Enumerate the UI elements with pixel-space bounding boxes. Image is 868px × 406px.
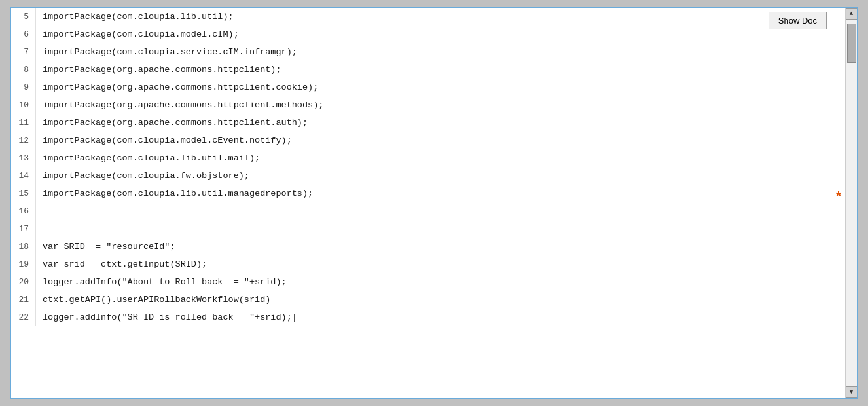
scroll-thumb[interactable] (847, 24, 856, 63)
line-content[interactable]: ctxt.getAPI().userAPIRollbackWorkflow(sr… (43, 291, 845, 308)
line-number: 20 (11, 273, 36, 291)
line-content[interactable]: importPackage(org.apache.commons.httpcli… (43, 114, 845, 132)
table-row: 21ctxt.getAPI().userAPIRollbackWorkflow(… (11, 291, 845, 308)
table-row: 14importPackage(com.cloupia.fw.objstore)… (11, 167, 845, 185)
line-number: 17 (11, 220, 36, 238)
line-number: 21 (11, 291, 36, 308)
line-number: 7 (11, 43, 36, 61)
table-row: 13importPackage(com.cloupia.lib.util.mai… (11, 149, 845, 167)
table-row: 20logger.addInfo("About to Roll back = "… (11, 273, 845, 291)
line-content[interactable]: logger.addInfo("SR ID is rolled back = "… (43, 308, 845, 326)
line-number: 18 (11, 238, 36, 255)
line-number: 6 (11, 26, 36, 43)
asterisk-marker: * (835, 190, 842, 205)
line-content[interactable]: importPackage(com.cloupia.lib.util); (43, 8, 845, 26)
line-number: 5 (11, 8, 36, 26)
table-row: 11importPackage(org.apache.commons.httpc… (11, 114, 845, 132)
line-content[interactable]: importPackage(com.cloupia.model.cEvent.n… (43, 132, 845, 149)
scrollbar: ▲ ▼ (845, 8, 857, 398)
line-number: 11 (11, 114, 36, 132)
table-row: 8importPackage(org.apache.commons.httpcl… (11, 61, 845, 79)
table-row: 15importPackage(com.cloupia.lib.util.man… (11, 185, 845, 202)
line-number: 19 (11, 255, 36, 273)
line-number: 15 (11, 185, 36, 202)
table-row: 18var SRID = "resourceId"; (11, 238, 845, 255)
line-content[interactable]: logger.addInfo("About to Roll back = "+s… (43, 273, 845, 291)
table-row: 17 (11, 220, 845, 238)
code-editor: Show Doc 5importPackage(com.cloupia.lib.… (10, 7, 858, 399)
table-row: 12importPackage(com.cloupia.model.cEvent… (11, 132, 845, 149)
line-number: 22 (11, 308, 36, 326)
table-row: 5importPackage(com.cloupia.lib.util); (11, 8, 845, 26)
line-number: 9 (11, 79, 36, 96)
table-row: 6importPackage(com.cloupia.model.cIM); (11, 26, 845, 43)
line-number: 10 (11, 96, 36, 114)
line-number: 13 (11, 149, 36, 167)
code-area: Show Doc 5importPackage(com.cloupia.lib.… (11, 8, 845, 398)
table-row: 22logger.addInfo("SR ID is rolled back =… (11, 308, 845, 326)
line-content[interactable]: importPackage(com.cloupia.fw.objstore); (43, 167, 845, 185)
line-number: 8 (11, 61, 36, 79)
code-lines: 5importPackage(com.cloupia.lib.util);6im… (11, 8, 845, 398)
line-number: 12 (11, 132, 36, 149)
line-content[interactable]: importPackage(com.cloupia.lib.util.manag… (43, 185, 845, 202)
line-content[interactable]: var SRID = "resourceId"; (43, 238, 845, 255)
scroll-up-arrow[interactable]: ▲ (846, 8, 858, 20)
show-doc-button[interactable]: Show Doc (769, 12, 827, 29)
line-content[interactable]: importPackage(org.apache.commons.httpcli… (43, 61, 845, 79)
table-row: 10importPackage(org.apache.commons.httpc… (11, 96, 845, 114)
line-number: 14 (11, 167, 36, 185)
table-row: 7importPackage(com.cloupia.service.cIM.i… (11, 43, 845, 61)
line-number: 16 (11, 202, 36, 220)
scroll-down-arrow[interactable]: ▼ (846, 386, 858, 398)
line-content[interactable]: importPackage(com.cloupia.lib.util.mail)… (43, 149, 845, 167)
table-row: 19var srid = ctxt.getInput(SRID); (11, 255, 845, 273)
line-content[interactable]: importPackage(com.cloupia.model.cIM); (43, 26, 845, 43)
table-row: 16 (11, 202, 845, 220)
table-row: 9importPackage(org.apache.commons.httpcl… (11, 79, 845, 96)
line-content[interactable]: var srid = ctxt.getInput(SRID); (43, 255, 845, 273)
line-content[interactable]: importPackage(org.apache.commons.httpcli… (43, 96, 845, 114)
line-content[interactable]: importPackage(org.apache.commons.httpcli… (43, 79, 845, 96)
line-content[interactable]: importPackage(com.cloupia.service.cIM.in… (43, 43, 845, 61)
